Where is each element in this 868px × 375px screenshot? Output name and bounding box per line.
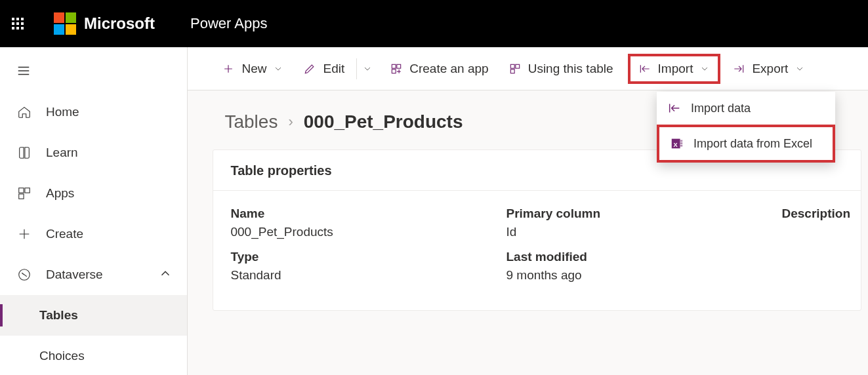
microsoft-brand: Microsoft xyxy=(54,12,155,35)
sidebar-item-label: Home xyxy=(46,105,79,119)
svg-rect-14 xyxy=(680,145,683,147)
table-icon xyxy=(508,62,522,75)
create-app-button[interactable]: Create an app xyxy=(382,56,496,81)
apps-icon xyxy=(17,186,31,201)
svg-rect-7 xyxy=(510,64,514,68)
export-icon xyxy=(732,62,745,75)
chevron-down-icon xyxy=(362,64,373,74)
chevron-down-icon xyxy=(273,64,283,74)
sidebar-item-dataverse[interactable]: Dataverse xyxy=(0,254,187,295)
prop-label-primary: Primary column xyxy=(506,207,775,221)
svg-rect-0 xyxy=(19,188,24,193)
global-header: Microsoft Power Apps xyxy=(0,0,868,47)
microsoft-logo-icon xyxy=(54,12,76,35)
sidebar-item-learn[interactable]: Learn xyxy=(0,132,187,173)
svg-text:X: X xyxy=(674,142,678,148)
button-label: New xyxy=(241,62,266,76)
svg-rect-6 xyxy=(392,69,396,73)
chevron-down-icon xyxy=(699,64,710,74)
prop-label-type: Type xyxy=(230,250,499,264)
app-grid-icon xyxy=(390,62,403,75)
content-area: New Edit Create an app Using this table … xyxy=(188,47,868,375)
import-from-excel-item[interactable]: X Import data from Excel xyxy=(657,125,835,163)
sidebar-item-tables[interactable]: Tables xyxy=(0,295,187,336)
import-data-item[interactable]: Import data xyxy=(657,92,835,125)
hamburger-menu-button[interactable] xyxy=(8,55,39,87)
new-button[interactable]: New xyxy=(214,56,291,81)
command-bar: New Edit Create an app Using this table … xyxy=(188,47,868,90)
pencil-icon xyxy=(303,62,316,75)
prop-value-modified: 9 months ago xyxy=(506,268,775,283)
button-label: Import xyxy=(658,62,693,76)
import-icon xyxy=(667,101,682,115)
table-properties-card: Table properties Name 000_Pet_Products T… xyxy=(213,149,861,311)
edit-button[interactable]: Edit xyxy=(295,56,352,81)
book-icon xyxy=(17,146,31,160)
microsoft-text: Microsoft xyxy=(84,14,155,33)
sidebar-item-apps[interactable]: Apps xyxy=(0,173,187,214)
sidebar-item-label: Choices xyxy=(39,349,85,363)
svg-rect-13 xyxy=(680,142,683,144)
sidebar-item-label: Apps xyxy=(46,186,74,201)
svg-rect-1 xyxy=(25,188,30,193)
excel-icon: X xyxy=(670,136,684,151)
import-menu: Import data X Import data from Excel xyxy=(657,92,835,163)
button-label: Create an app xyxy=(409,62,488,76)
prop-value-name: 000_Pet_Products xyxy=(230,225,499,239)
sidebar-item-home[interactable]: Home xyxy=(0,92,187,132)
breadcrumb-current: 000_Pet_Products xyxy=(304,111,463,132)
sidebar-item-label: Dataverse xyxy=(46,267,103,282)
svg-rect-8 xyxy=(515,64,519,68)
dataverse-icon xyxy=(17,267,31,282)
svg-rect-2 xyxy=(19,194,24,199)
sidebar: Home Learn Apps Create Dataverse Tables xyxy=(0,47,188,375)
plus-icon xyxy=(17,227,31,241)
sidebar-item-choices[interactable]: Choices xyxy=(0,336,187,375)
svg-rect-5 xyxy=(397,64,401,68)
hamburger-icon xyxy=(16,64,31,78)
sidebar-item-label: Create xyxy=(46,227,83,241)
button-label: Edit xyxy=(323,62,344,76)
import-icon xyxy=(638,62,651,75)
svg-rect-4 xyxy=(392,64,396,68)
chevron-down-icon xyxy=(795,64,805,74)
sidebar-item-label: Learn xyxy=(46,146,78,160)
chevron-right-icon: › xyxy=(288,113,293,130)
edit-split-button[interactable] xyxy=(356,58,378,79)
prop-label-name: Name xyxy=(230,207,499,221)
sidebar-item-label: Tables xyxy=(39,308,78,323)
app-launcher-icon[interactable] xyxy=(12,18,24,30)
menu-item-label: Import data xyxy=(691,102,751,115)
prop-label-description: Description xyxy=(781,207,850,221)
menu-item-label: Import data from Excel xyxy=(693,137,812,151)
import-button[interactable]: Import xyxy=(628,54,721,84)
prop-value-primary: Id xyxy=(506,225,775,239)
button-label: Using this table xyxy=(528,62,613,76)
prop-value-type: Standard xyxy=(230,268,499,283)
svg-rect-9 xyxy=(510,69,514,73)
breadcrumb-parent[interactable]: Tables xyxy=(224,111,278,132)
plus-icon xyxy=(222,62,235,75)
using-this-table-button[interactable]: Using this table xyxy=(501,56,621,81)
prop-label-modified: Last modified xyxy=(506,250,775,264)
sidebar-item-create[interactable]: Create xyxy=(0,214,187,254)
chevron-up-icon xyxy=(158,266,173,284)
export-button[interactable]: Export xyxy=(724,56,813,81)
button-label: Export xyxy=(752,62,788,76)
app-title[interactable]: Power Apps xyxy=(190,15,267,32)
home-icon xyxy=(17,105,31,119)
svg-rect-12 xyxy=(680,140,683,142)
